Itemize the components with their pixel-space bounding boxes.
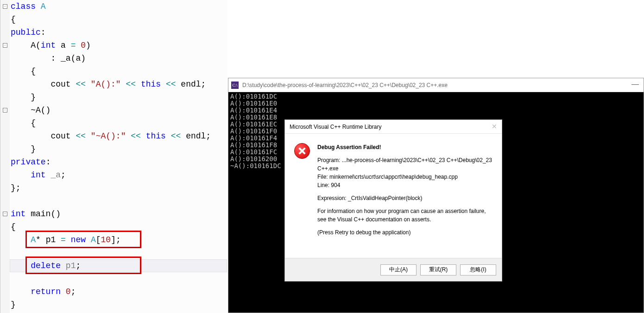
- fold-toggle[interactable]: −: [3, 108, 7, 113]
- console-titlebar[interactable]: C:\ D:\study\code\the-process-of-learnin…: [228, 78, 644, 92]
- dialog-title: Microsoft Visual C++ Runtime Library: [290, 124, 382, 130]
- code-line[interactable]: cout << "A():" << this << endl;: [11, 78, 211, 91]
- code-line[interactable]: {: [11, 65, 211, 78]
- console-title: D:\study\code\the-process-of-learning\20…: [242, 82, 448, 88]
- code-line[interactable]: int _a;: [11, 169, 211, 182]
- code-line[interactable]: public:: [11, 26, 211, 39]
- code-line[interactable]: }: [11, 143, 211, 156]
- code-editor[interactable]: class A{public: A(int a = 0) : _a(a) { c…: [0, 0, 227, 313]
- assertion-dialog[interactable]: Microsoft Visual C++ Runtime Library ✕ D…: [284, 119, 502, 282]
- code-line[interactable]: {: [11, 117, 211, 130]
- annotation-box: [25, 231, 141, 248]
- code-line[interactable]: }: [11, 298, 211, 311]
- annotation-box: [25, 257, 141, 274]
- close-icon[interactable]: ✕: [492, 123, 497, 130]
- code-line[interactable]: }: [11, 91, 211, 104]
- dialog-heading: Debug Assertion Failed!: [317, 143, 492, 151]
- code-line[interactable]: A(int a = 0): [11, 39, 211, 52]
- fold-toggle[interactable]: −: [3, 43, 7, 48]
- code-line[interactable]: [11, 194, 211, 207]
- code-line[interactable]: cout << "~A():" << this << endl;: [11, 130, 211, 143]
- code-line[interactable]: private:: [11, 156, 211, 169]
- retry-button[interactable]: 重试(R): [420, 264, 456, 275]
- code-line[interactable]: return 0;: [11, 285, 211, 298]
- minimize-button[interactable]: —: [631, 80, 639, 88]
- code-line[interactable]: class A: [11, 0, 211, 13]
- code-line[interactable]: {: [11, 13, 211, 26]
- code-line[interactable]: ~A(): [11, 104, 211, 117]
- code-line[interactable]: };: [11, 182, 211, 194]
- abort-button[interactable]: 中止(A): [380, 264, 417, 275]
- code-line[interactable]: : _a(a): [11, 52, 211, 65]
- code-line[interactable]: int main(): [11, 207, 211, 220]
- ignore-button[interactable]: 忽略(I): [460, 264, 496, 275]
- code-line[interactable]: [11, 272, 211, 285]
- dialog-titlebar[interactable]: Microsoft Visual C++ Runtime Library ✕: [285, 120, 502, 134]
- error-icon: [294, 143, 310, 159]
- dialog-footer: 中止(A) 重试(R) 忽略(I): [285, 258, 502, 281]
- fold-toggle[interactable]: −: [3, 4, 7, 9]
- fold-toggle[interactable]: −: [3, 212, 7, 216]
- console-icon: C:\: [231, 81, 239, 89]
- dialog-content: Debug Assertion Failed! Program: ...he-p…: [317, 143, 492, 241]
